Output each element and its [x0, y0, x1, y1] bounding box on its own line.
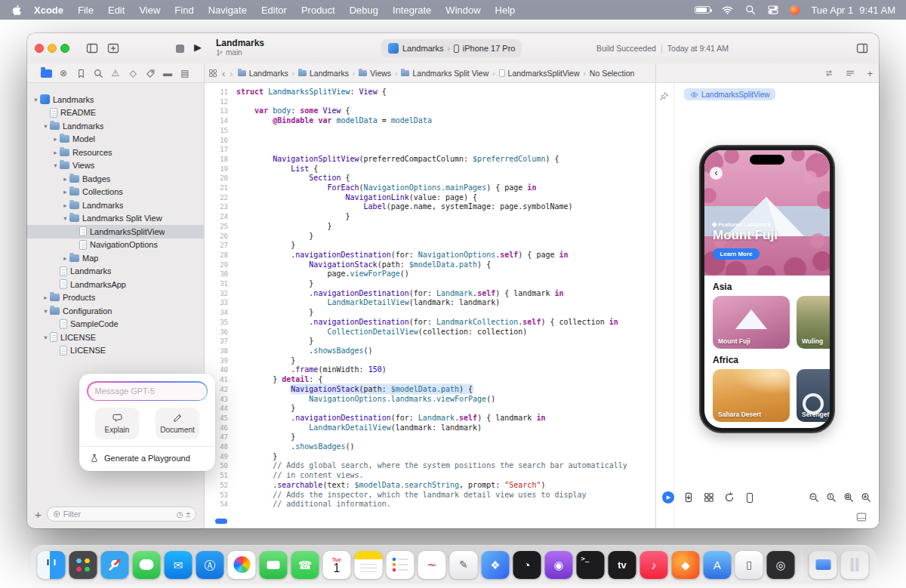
minimize-window-button[interactable]	[48, 44, 57, 53]
file-collections[interactable]: ▸Collections	[27, 186, 204, 199]
menu-editor[interactable]: Editor	[261, 5, 287, 16]
wifi-icon[interactable]	[722, 5, 733, 16]
crumb-no-selection[interactable]: No Selection	[590, 69, 635, 78]
editor-options-icon[interactable]	[846, 69, 855, 78]
variants-icon[interactable]	[703, 491, 715, 503]
menu-navigate[interactable]: Navigate	[208, 5, 247, 16]
dock-launchpad[interactable]	[69, 551, 97, 579]
dock-phone[interactable]: ☎	[291, 551, 319, 579]
stop-button[interactable]	[176, 45, 184, 53]
zoom-in-icon[interactable]	[860, 491, 872, 503]
assistant-message-input[interactable]	[88, 383, 207, 400]
menu-clock[interactable]: Tue Apr 19:41 AM	[811, 5, 895, 16]
menu-product[interactable]: Product	[301, 5, 335, 16]
dock-xcode[interactable]: A	[704, 551, 732, 579]
dock-podcasts[interactable]: ◉	[545, 551, 573, 579]
dock-tv[interactable]: tv	[609, 551, 636, 579]
debug-area-toggle-icon[interactable]	[856, 512, 867, 525]
dock-mail[interactable]: ✉	[165, 551, 193, 579]
find-navigator-icon[interactable]	[92, 67, 104, 79]
file-resources[interactable]: ▸Resources	[27, 146, 204, 159]
menu-window[interactable]: Window	[445, 5, 480, 16]
siri-icon[interactable]	[790, 5, 800, 15]
source-control-filter-icon[interactable]: ±	[186, 510, 191, 519]
toggle-inspector-icon[interactable]	[856, 42, 868, 54]
file-configuration[interactable]: ▾Configuration	[27, 304, 204, 318]
file-views[interactable]: ▾Views	[27, 159, 204, 173]
device-settings-icon[interactable]	[744, 491, 756, 503]
file-landmarkssplitview[interactable]: LandmarksSplitView	[27, 225, 204, 239]
filter-field[interactable]: ◷ ±	[47, 506, 196, 522]
close-window-button[interactable]	[35, 44, 44, 53]
report-navigator-icon[interactable]: ▤	[179, 67, 191, 79]
menu-debug[interactable]: Debug	[350, 5, 378, 16]
dock-shortcuts[interactable]: ❖	[482, 551, 510, 579]
menu-file[interactable]: File	[78, 5, 94, 16]
crumb-landmarks[interactable]: Landmarks	[238, 69, 288, 78]
file-license[interactable]: LICENSE	[27, 344, 204, 358]
file-samplecode[interactable]: SampleCode	[27, 318, 204, 331]
code-editor[interactable]: 11struct LandmarksSplitView: View {1213 …	[205, 83, 655, 528]
file-products[interactable]: ▸Products	[27, 291, 204, 305]
file-license[interactable]: ▾LICENSE	[27, 331, 204, 344]
preview-tab[interactable]: LandmarksSplitView	[684, 88, 775, 100]
go-forward-icon[interactable]: ›	[230, 68, 233, 79]
dock-facetime[interactable]	[260, 551, 288, 579]
build-status[interactable]: Build Succeeded Today at 9:41 AM	[596, 44, 729, 53]
dock-gauge-utility[interactable]: ◔	[513, 551, 541, 579]
file-landmarks[interactable]: ▾Landmarks	[27, 119, 204, 133]
crumb-landmarks-split-view[interactable]: Landmarks Split View	[401, 69, 488, 78]
dock-photos[interactable]	[228, 551, 256, 579]
go-back-icon[interactable]: ‹	[222, 68, 225, 79]
dock-trash[interactable]	[841, 551, 869, 579]
dock-music[interactable]: ♪	[640, 551, 668, 579]
add-editor-icon[interactable]	[107, 42, 119, 54]
test-navigator-icon[interactable]: ◇	[127, 67, 139, 79]
run-button[interactable]: ▶	[194, 42, 202, 53]
dock-app-store[interactable]: Ⓐ	[196, 551, 224, 579]
bookmark-navigator-icon[interactable]	[75, 67, 87, 79]
file-landmarksapp[interactable]: LandmarksApp	[27, 278, 204, 291]
dock-terminal[interactable]: >_	[577, 551, 605, 579]
menu-help[interactable]: Help	[495, 5, 516, 16]
file-landmarks-split-view[interactable]: ▾Landmarks Split View	[27, 212, 204, 226]
crumb-landmarkssplitview[interactable]: LandmarksSplitView	[499, 69, 580, 78]
file-badges[interactable]: ▸Badges	[27, 172, 204, 186]
file-map[interactable]: ▸Map	[27, 251, 204, 265]
dock-reminders[interactable]	[387, 551, 414, 579]
file-landmarks[interactable]: Landmarks	[27, 265, 204, 279]
preview-on-device-icon[interactable]	[683, 491, 695, 503]
debug-navigator-icon[interactable]	[144, 67, 156, 79]
menu-xcode[interactable]: Xcode	[34, 5, 63, 16]
source-control-navigator-icon[interactable]: ⊗	[57, 67, 69, 79]
breakpoint-navigator-icon[interactable]: ▬	[162, 67, 174, 79]
issue-navigator-icon[interactable]: ⚠	[109, 67, 122, 79]
zoom-fit-icon[interactable]	[843, 491, 855, 503]
pin-preview-icon[interactable]	[659, 91, 669, 104]
file-model[interactable]: ▸Model	[27, 133, 204, 146]
file-navigationoptions[interactable]: NavigationOptions	[27, 239, 204, 252]
menu-find[interactable]: Find	[174, 5, 193, 16]
crumb-views[interactable]: Views	[359, 69, 391, 78]
project-navigator-icon[interactable]	[40, 67, 52, 79]
recent-files-icon[interactable]: ◷	[177, 510, 183, 519]
dock-safari[interactable]	[101, 551, 129, 579]
document-button[interactable]: Document	[156, 408, 199, 439]
dock-calendar[interactable]: Tue1	[323, 551, 351, 579]
add-file-button[interactable]: +	[35, 509, 42, 520]
generate-playground-button[interactable]: Generate a Playground	[79, 447, 215, 469]
menu-integrate[interactable]: Integrate	[393, 5, 431, 16]
dock-notes[interactable]	[355, 551, 383, 579]
editor-scroll-indicator[interactable]	[215, 519, 227, 524]
scheme-selector[interactable]: Landmarks › iPhone 17 Pro	[381, 39, 522, 57]
orientation-icon[interactable]	[723, 491, 735, 503]
editor-canvas-divider[interactable]	[655, 63, 656, 528]
zoom-100-icon[interactable]	[825, 491, 837, 503]
filter-input[interactable]	[63, 509, 174, 519]
dock-messages[interactable]	[133, 551, 161, 579]
project-status-block[interactable]: Landmarks main	[216, 38, 264, 57]
dock-finder[interactable]	[38, 551, 66, 579]
file-landmarks[interactable]: ▸Landmarks	[27, 199, 204, 212]
dock-textedit[interactable]: ✎	[450, 551, 478, 579]
dock-circle-app[interactable]: ◎	[767, 551, 795, 579]
